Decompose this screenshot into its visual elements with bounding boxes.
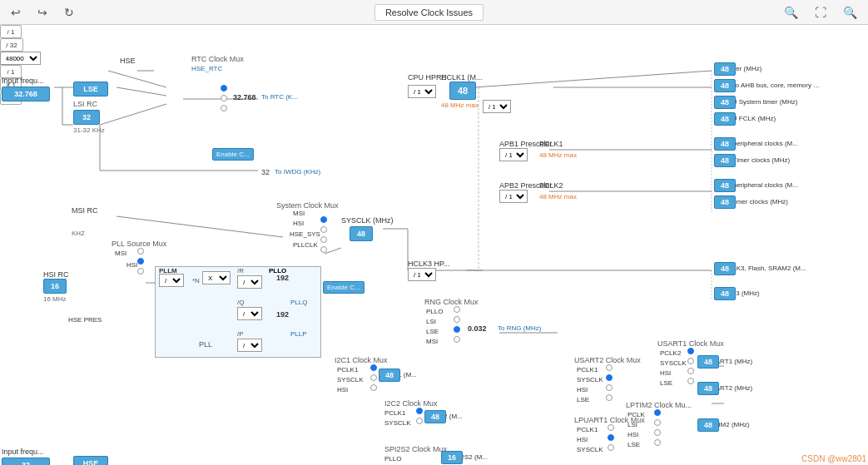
apb1-select[interactable]: / 1 xyxy=(499,148,528,161)
apb2-select[interactable]: / 1 xyxy=(499,190,528,203)
rng-output-label: To RNG (MHz) xyxy=(498,324,541,332)
output-apb1-periph-val[interactable]: 48 xyxy=(714,137,736,151)
pll-src-dot-msi[interactable] xyxy=(137,248,144,255)
usart1-dot-pclk2[interactable] xyxy=(687,348,694,354)
rng-dot-lse[interactable] xyxy=(454,326,460,333)
usart1-dot-hsi[interactable] xyxy=(687,368,694,374)
sys-mux-dot-msi[interactable] xyxy=(320,216,327,223)
output-usart2-val[interactable]: 48 xyxy=(697,382,719,395)
lsi-rc-label: LSI RC xyxy=(73,100,97,108)
pll-src-dot-hse[interactable] xyxy=(137,268,144,275)
usart2-dot-lse[interactable] xyxy=(606,394,613,401)
hsi-unit: 16 MHz xyxy=(43,295,67,303)
rtc-mux-dot2[interactable] xyxy=(221,95,227,101)
output-cpu-fclk-row: 48 To CPU FCLK (MHz) xyxy=(714,115,776,122)
cpu-hpre-div[interactable]: / 1 xyxy=(408,85,436,98)
i2c2-dot-pclk1[interactable] xyxy=(416,408,423,414)
pllm-select[interactable]: / 1 xyxy=(159,274,184,287)
i2c1-dot-hsi[interactable] xyxy=(370,384,377,391)
rtc-mux-dot3[interactable] xyxy=(221,105,227,111)
hsi-value[interactable]: 16 xyxy=(43,279,67,294)
lptim2-dot2[interactable] xyxy=(654,419,661,426)
pllp-label: /P xyxy=(237,330,244,338)
sys-mux-dot-pll[interactable] xyxy=(320,246,327,253)
lpuart1-dot1[interactable] xyxy=(608,424,614,431)
lptim2-dot3[interactable] xyxy=(654,429,661,436)
input-freq2-value[interactable]: 32 xyxy=(2,458,50,465)
output-apb2-timer-val[interactable]: 48 xyxy=(714,195,736,209)
pll-src-dot-hsi[interactable] xyxy=(137,258,144,265)
rng-mux-header: RNG Clock Mux xyxy=(424,298,479,306)
usart2-dot-hsi[interactable] xyxy=(606,384,613,391)
resolve-clock-button[interactable]: Resolve Clock Issues xyxy=(374,4,484,21)
output-spi2s2-val[interactable]: 16 xyxy=(441,451,463,464)
i2c1-dot-pclk1[interactable] xyxy=(370,364,377,371)
input-freq1-value[interactable]: 32.768 xyxy=(2,87,50,101)
apb2-div[interactable]: / 1 xyxy=(499,190,528,203)
output-lptim2-val[interactable]: 48 xyxy=(697,418,719,432)
lsi-value[interactable]: 32 xyxy=(73,110,100,125)
plln-mult-select[interactable]: X 8 xyxy=(202,271,231,284)
output-usart1-val[interactable]: 48 xyxy=(697,355,719,369)
output-power-val[interactable]: 48 xyxy=(714,62,736,76)
sysclk-value[interactable]: 48 xyxy=(350,226,373,241)
output-ahb-val[interactable]: 48 xyxy=(714,79,736,92)
hclk3-select[interactable]: / 1 xyxy=(408,268,436,281)
hclk1-label: HCLK1 (M... xyxy=(441,73,483,82)
lptim2-dot1[interactable] xyxy=(654,409,661,416)
i2c1-dot-sysclk[interactable] xyxy=(370,374,377,381)
input-freq2-label: Input frequ... xyxy=(2,448,44,456)
fullscreen-button[interactable]: ⛶ xyxy=(811,4,831,21)
enable-rtc-button[interactable]: Enable C... xyxy=(212,148,254,161)
lptim2-dot4[interactable] xyxy=(654,439,661,446)
hse-pres-label: HSE PRES xyxy=(68,316,102,324)
usart2-dot-sysclk[interactable] xyxy=(606,374,613,381)
undo-button[interactable]: ↩ xyxy=(7,4,25,21)
lpuart1-dot3[interactable] xyxy=(608,444,614,451)
i2c2-sysclk: SYSCLK xyxy=(384,419,411,427)
rng-lsi: LSI xyxy=(426,318,436,325)
usart1-dot-sysclk[interactable] xyxy=(687,358,694,364)
apb1-div[interactable]: / 1 xyxy=(499,148,528,161)
zoom-in-button[interactable]: 🔍 xyxy=(780,4,802,21)
sys-mux-dot-hsi[interactable] xyxy=(320,226,327,233)
rng-dot-pllo[interactable] xyxy=(454,306,460,313)
hclk-post-select[interactable]: / 1 xyxy=(483,100,511,113)
pllq-select[interactable]: / 2 xyxy=(237,307,262,320)
output-i2c1-val[interactable]: 48 xyxy=(379,369,400,382)
output-apb2-periph-val[interactable]: 48 xyxy=(714,179,736,192)
output-cpu-fclk-val[interactable]: 48 xyxy=(714,112,736,126)
rtc-mux-dot1[interactable] xyxy=(221,85,227,92)
output-i2c2-val[interactable]: 48 xyxy=(424,410,446,423)
rng-dot-msi[interactable] xyxy=(454,336,460,343)
lpuart1-dot2[interactable] xyxy=(608,434,614,441)
usart1-dot-lse[interactable] xyxy=(687,378,694,384)
pllp-select[interactable]: / 2 xyxy=(237,339,262,352)
output-hclk3-row: 48 To HCLK3, Flash, SRAM2 (M... xyxy=(714,265,806,272)
hclk-post-div[interactable]: / 1 xyxy=(483,100,511,113)
zoom-out-button[interactable]: 🔍 xyxy=(839,4,861,21)
cpu-hpre-select[interactable]: / 1 xyxy=(408,85,436,98)
msi-select[interactable]: 48000 xyxy=(0,52,41,65)
msi-value[interactable]: 48000 xyxy=(0,52,40,65)
hclk3-div[interactable]: / 1 xyxy=(408,268,436,281)
enable-sys-button[interactable]: Enable C... xyxy=(323,281,365,294)
pll-box: / 1 *N PLLM X 8 /R / 2 PLLO 192 /Q / 2 1… xyxy=(155,266,321,358)
pllr-select[interactable]: / 2 xyxy=(237,275,262,289)
sys-msi-label: MSI xyxy=(293,210,305,217)
hclk1-value[interactable]: 48 xyxy=(449,82,476,100)
usart2-dot-pclk1[interactable] xyxy=(606,364,613,371)
redo-button[interactable]: ↪ xyxy=(33,4,52,21)
output-apb3-val[interactable]: 48 xyxy=(714,287,736,300)
lse-div1[interactable]: / 1 xyxy=(0,25,22,38)
div32[interactable]: / 32 xyxy=(0,38,23,52)
pllr-label: /R xyxy=(237,267,244,275)
sys-mux-dot-hse[interactable] xyxy=(320,236,327,243)
output-hclk3-val[interactable]: 48 xyxy=(714,262,736,275)
output-apb1-timer-val[interactable]: 48 xyxy=(714,154,736,167)
usart2-sysclk: SYSCLK xyxy=(577,376,603,383)
output-cpu-sys-val[interactable]: 48 xyxy=(714,96,736,109)
rng-dot-lsi[interactable] xyxy=(454,316,460,323)
i2c2-dot-sysclk[interactable] xyxy=(416,418,423,424)
refresh-button[interactable]: ↻ xyxy=(60,4,78,21)
